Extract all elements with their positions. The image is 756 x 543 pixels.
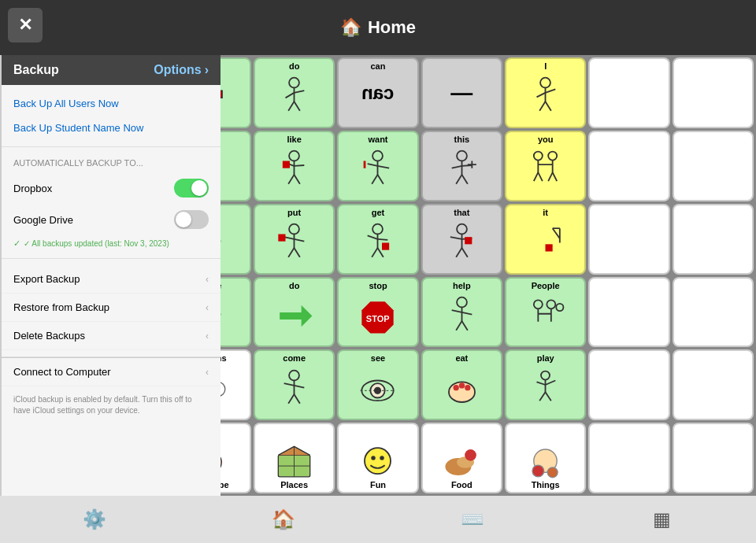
svg-line-64	[456, 175, 461, 184]
home-icon[interactable]: 🏠	[268, 504, 299, 535]
cell-like[interactable]: like	[254, 131, 335, 201]
svg-point-187	[547, 467, 558, 477]
cell-fun[interactable]: Fun	[337, 423, 418, 493]
svg-point-164	[541, 371, 550, 379]
svg-line-29	[537, 93, 546, 98]
svg-line-100	[372, 248, 378, 257]
close-button[interactable]: ✕	[8, 8, 43, 42]
cell-people[interactable]: People	[505, 277, 586, 348]
things-icon	[524, 441, 567, 484]
cell-stop[interactable]: stop STOP	[337, 277, 418, 348]
cell-empty-r4c9[interactable]	[673, 277, 754, 348]
keyboard-icon[interactable]: ⌨️	[457, 504, 488, 535]
backup-student-link[interactable]: Back Up Student Name Now	[2, 116, 220, 140]
stop-icon: STOP	[356, 294, 399, 338]
cell-you[interactable]: you	[505, 131, 586, 201]
help-icon	[440, 294, 484, 338]
cell-do2[interactable]: do	[254, 277, 335, 348]
svg-point-60	[457, 151, 467, 161]
google-drive-toggle[interactable]	[174, 210, 209, 229]
cell-that[interactable]: that	[421, 204, 502, 275]
svg-line-110	[553, 228, 560, 238]
cell-dash[interactable]: —	[421, 57, 502, 128]
cell-help[interactable]: help	[421, 277, 502, 348]
svg-rect-102	[382, 243, 389, 250]
backup-all-link[interactable]: Back Up All Users Now	[2, 91, 220, 116]
svg-line-99	[378, 239, 388, 240]
svg-line-132	[461, 321, 467, 331]
cell-empty-r2c8[interactable]	[588, 131, 669, 201]
cell-play[interactable]: play	[505, 349, 586, 420]
cell-empty-r1c9[interactable]	[673, 57, 754, 128]
cell-empty-r3c8[interactable]	[588, 204, 669, 275]
dropbox-toggle[interactable]	[174, 179, 209, 198]
cell-empty-r3c9[interactable]	[673, 204, 754, 275]
export-backup-item[interactable]: Export Backup ‹	[2, 265, 220, 294]
svg-point-179	[365, 448, 391, 474]
cell-this[interactable]: this	[421, 131, 502, 201]
svg-point-133	[534, 300, 543, 308]
cell-empty-r6c9[interactable]	[673, 423, 754, 493]
grid-icon[interactable]: ▦	[646, 504, 677, 535]
cell-things[interactable]: Things	[505, 423, 586, 493]
svg-rect-95	[278, 235, 285, 242]
svg-line-65	[461, 175, 467, 184]
chevron-icon-connect: ‹	[206, 367, 209, 378]
cell-empty-r6c8[interactable]	[588, 423, 669, 493]
svg-line-169	[546, 392, 551, 401]
cell-empty-r1c8[interactable]	[588, 57, 669, 128]
svg-line-76	[553, 172, 558, 181]
svg-line-57	[372, 175, 378, 184]
status-icon: ✓	[13, 238, 20, 249]
svg-line-94	[295, 248, 300, 257]
svg-point-184	[465, 449, 476, 461]
svg-line-152	[284, 383, 295, 386]
chevron-right-icon: ›	[205, 63, 209, 77]
dropbox-toggle-row: Dropbox	[2, 172, 220, 204]
cell-want[interactable]: want	[337, 131, 418, 201]
chevron-icon-delete: ‹	[206, 331, 209, 342]
connect-computer-item[interactable]: Connect to Computer ‹	[2, 357, 220, 386]
restore-backup-item[interactable]: Restore from Backup ‹	[2, 294, 220, 322]
cell-places[interactable]: Places	[254, 423, 335, 493]
svg-line-50	[288, 175, 294, 184]
delete-backups-item[interactable]: Delete Backups ‹	[2, 322, 220, 350]
cell-empty-r5c8[interactable]	[588, 349, 669, 420]
svg-point-103	[457, 224, 467, 235]
cell-it[interactable]: it	[505, 204, 586, 275]
cell-do[interactable]: do	[254, 57, 335, 128]
cell-can[interactable]: can can	[337, 57, 418, 128]
svg-line-166	[537, 382, 546, 385]
cell-come[interactable]: come	[254, 349, 335, 420]
sidebar: Backup Options › Back Up All Users Now B…	[0, 55, 220, 496]
cell-empty-r2c9[interactable]	[673, 131, 754, 201]
cell-put[interactable]: put	[254, 204, 335, 275]
svg-line-49	[295, 165, 305, 166]
app-title: 🏠 Home	[340, 17, 416, 38]
cell-eat[interactable]: eat	[421, 349, 502, 420]
svg-point-162	[459, 382, 465, 388]
svg-line-51	[295, 175, 300, 184]
svg-point-27	[540, 78, 550, 88]
sidebar-footer-note: iCloud backup is enabled by default. Tur…	[2, 386, 220, 424]
cell-empty-r4c8[interactable]	[588, 277, 669, 348]
come-icon	[272, 368, 316, 411]
svg-line-30	[546, 90, 556, 94]
cell-I[interactable]: I	[505, 57, 586, 128]
svg-point-127	[457, 297, 467, 308]
cell-see[interactable]: see	[337, 349, 418, 420]
svg-line-153	[295, 386, 305, 388]
sidebar-header: Backup Options ›	[2, 55, 220, 85]
svg-rect-109	[465, 237, 472, 244]
svg-line-31	[539, 102, 545, 111]
I-icon	[524, 75, 567, 118]
svg-point-96	[373, 224, 384, 235]
cell-get[interactable]: get	[337, 204, 418, 275]
cell-empty-r5c9[interactable]	[673, 349, 754, 420]
options-button[interactable]: Options ›	[154, 63, 209, 77]
svg-point-163	[465, 385, 470, 390]
cell-food[interactable]: Food	[421, 423, 502, 493]
auto-backup-label: AUTOMATICALLY BACKUP TO...	[2, 153, 220, 172]
settings-icon[interactable]: ⚙️	[79, 504, 110, 535]
svg-point-53	[373, 151, 384, 161]
